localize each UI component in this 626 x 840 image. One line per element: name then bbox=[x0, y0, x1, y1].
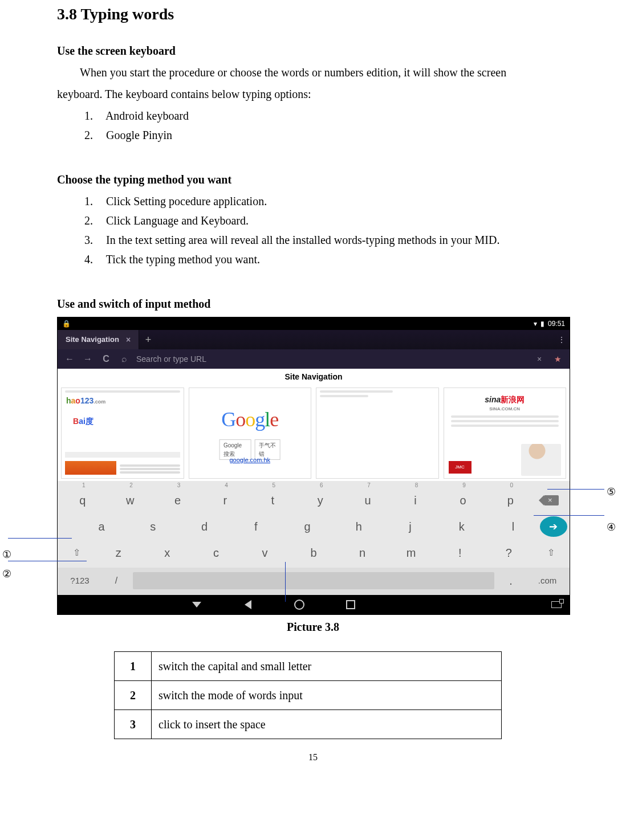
new-tab-button[interactable]: + bbox=[139, 330, 157, 349]
reference-table: 1 switch the capital and small letter 2 … bbox=[114, 651, 502, 739]
tab-title: Site Navigation bbox=[66, 334, 119, 345]
callout-1: ① bbox=[2, 547, 11, 562]
speed-dial-tile-hao123[interactable]: hao123.com Bai度 bbox=[61, 388, 184, 479]
key-shift-right[interactable]: ⇧ bbox=[534, 541, 567, 564]
table-row: 1 switch the capital and small letter bbox=[115, 652, 502, 681]
key-y[interactable]: y bbox=[298, 489, 343, 512]
callout-2: ② bbox=[2, 566, 11, 582]
typing-options-list: 1. Android keyboard 2. Google Pinyin bbox=[57, 107, 569, 144]
key-e[interactable]: e bbox=[155, 489, 200, 512]
key-a[interactable]: a bbox=[77, 515, 126, 538]
key-k[interactable]: k bbox=[437, 515, 486, 538]
browser-tab-bar: Site Navigation × + ⋮ bbox=[58, 330, 570, 349]
page-number: 15 bbox=[0, 751, 626, 762]
bookmark-icon[interactable]: ★ bbox=[551, 353, 564, 365]
figure-caption: Picture 3.8 bbox=[57, 618, 569, 635]
speed-dial-grid: hao123.com Bai度 Google bbox=[58, 384, 570, 481]
steps-list: 1. Click Setting pocedure application. 2… bbox=[57, 193, 569, 268]
google-link: google.com.hk bbox=[189, 455, 311, 465]
subheading-choose-method: Choose the typing method you want bbox=[57, 171, 569, 188]
key-spacebar[interactable] bbox=[133, 572, 494, 589]
status-time: 09:51 bbox=[548, 319, 565, 329]
clear-url-icon[interactable]: × bbox=[533, 353, 546, 365]
table-desc: switch the capital and small letter bbox=[152, 652, 502, 681]
browser-tab[interactable]: Site Navigation × bbox=[58, 330, 139, 349]
key-f[interactable]: f bbox=[231, 515, 281, 538]
speed-dial-tile-sina[interactable]: sina新浪网 SINA.COM.CN JMC bbox=[444, 388, 567, 479]
key-j[interactable]: j bbox=[385, 515, 434, 538]
url-input[interactable]: Search or type URL bbox=[136, 353, 527, 365]
key-o[interactable]: o bbox=[440, 489, 485, 512]
list-item: 3. In the text setting area will reveal … bbox=[84, 231, 569, 248]
key-backspace[interactable]: × bbox=[535, 489, 567, 512]
nav-down-icon[interactable] bbox=[191, 599, 202, 610]
key-slash[interactable]: / bbox=[102, 570, 131, 592]
key-w[interactable]: w bbox=[107, 489, 152, 512]
key-r[interactable]: r bbox=[202, 489, 247, 512]
key-t[interactable]: t bbox=[250, 489, 295, 512]
screenshot-container: 🔒 ▾ ▮ 09:51 Site Navigation × + ⋮ ← bbox=[57, 317, 570, 615]
key-mode-switch[interactable]: ?123 bbox=[60, 570, 100, 592]
key-h[interactable]: h bbox=[334, 515, 383, 538]
callout-3: ③ bbox=[316, 596, 325, 611]
speed-dial-tile-google[interactable]: Google Google 搜索 手气不错 google.com.hk bbox=[189, 388, 312, 479]
search-icon: ⌕ bbox=[118, 352, 131, 366]
on-screen-keyboard: 12 34 56 78 90 q w e r t y u i o bbox=[58, 481, 570, 595]
overflow-menu-icon[interactable]: ⋮ bbox=[554, 330, 570, 349]
list-item: 2. Click Language and Keyboard. bbox=[84, 212, 569, 229]
key-s[interactable]: s bbox=[128, 515, 177, 538]
key-b[interactable]: b bbox=[290, 541, 337, 564]
callout-5: ⑤ bbox=[607, 484, 616, 500]
key-enter[interactable]: ➔ bbox=[540, 516, 567, 537]
list-item: 1. Click Setting pocedure application. bbox=[84, 193, 569, 210]
key-question[interactable]: ? bbox=[486, 541, 532, 564]
callout-4: ④ bbox=[607, 520, 616, 535]
nav-home-icon[interactable] bbox=[294, 599, 305, 610]
battery-icon: ▮ bbox=[540, 319, 544, 329]
table-desc: click to insert the space bbox=[152, 710, 502, 739]
table-index: 2 bbox=[115, 681, 152, 710]
key-d[interactable]: d bbox=[180, 515, 229, 538]
person-image bbox=[521, 444, 561, 476]
table-index: 1 bbox=[115, 652, 152, 681]
reload-icon[interactable]: C bbox=[100, 352, 112, 366]
android-nav-bar bbox=[58, 595, 570, 614]
nav-pip-icon[interactable] bbox=[551, 601, 562, 608]
table-index: 3 bbox=[115, 710, 152, 739]
table-row: 3 click to insert the space bbox=[115, 710, 502, 739]
key-v[interactable]: v bbox=[242, 541, 288, 564]
jmc-badge: JMC bbox=[449, 461, 471, 474]
key-c[interactable]: c bbox=[193, 541, 239, 564]
section-title: 3.8 Typing words bbox=[57, 2, 569, 26]
nav-recents-icon[interactable] bbox=[345, 599, 356, 610]
browser-url-bar: ← → C ⌕ Search or type URL × ★ bbox=[58, 349, 570, 369]
page-heading: Site Navigation bbox=[58, 369, 570, 384]
speed-dial-tile-blank[interactable] bbox=[316, 388, 439, 479]
close-tab-icon[interactable]: × bbox=[126, 334, 131, 346]
key-n[interactable]: n bbox=[339, 541, 386, 564]
key-p[interactable]: p bbox=[488, 489, 533, 512]
key-period[interactable]: . bbox=[497, 570, 525, 592]
key-u[interactable]: u bbox=[345, 489, 390, 512]
key-m[interactable]: m bbox=[388, 541, 434, 564]
subheading-switch-input: Use and switch of input method bbox=[57, 295, 569, 312]
lock-icon: 🔒 bbox=[62, 319, 71, 329]
key-i[interactable]: i bbox=[393, 489, 438, 512]
key-l[interactable]: l bbox=[489, 515, 538, 538]
table-desc: switch the mode of words input bbox=[152, 681, 502, 710]
key-q[interactable]: q bbox=[60, 489, 105, 512]
sina-logo: sina新浪网 SINA.COM.CN bbox=[444, 394, 566, 413]
key-g[interactable]: g bbox=[283, 515, 332, 538]
list-item: 1. Android keyboard bbox=[84, 107, 569, 124]
back-icon[interactable]: ← bbox=[63, 352, 76, 366]
forward-icon[interactable]: → bbox=[82, 352, 94, 366]
baidu-logo: Bai度 bbox=[73, 415, 94, 427]
table-row: 2 switch the mode of words input bbox=[115, 681, 502, 710]
key-x[interactable]: x bbox=[144, 541, 191, 564]
nav-back-icon[interactable] bbox=[242, 599, 254, 610]
list-item: 4. Tick the typing method you want. bbox=[84, 251, 569, 268]
key-z[interactable]: z bbox=[95, 541, 142, 564]
key-dotcom[interactable]: .com bbox=[527, 570, 567, 592]
hao123-logo: hao123.com bbox=[66, 395, 105, 407]
key-exclaim[interactable]: ! bbox=[437, 541, 483, 564]
